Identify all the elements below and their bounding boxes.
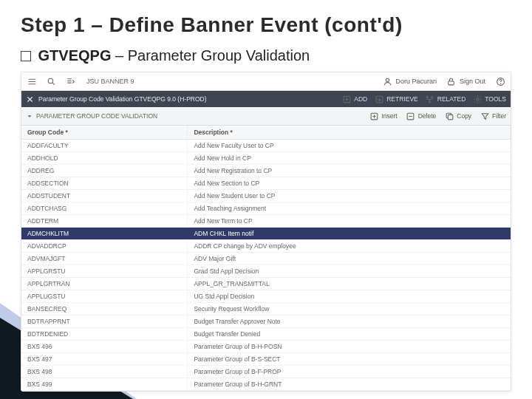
cell-group-code[interactable]: BXS 498: [21, 366, 188, 378]
cell-description[interactable]: ADDR CP change by ADV employee: [188, 240, 511, 253]
add-button[interactable]: ADD: [341, 93, 367, 105]
table-row[interactable]: BXS 498Parameter Group of B-F-PROP: [21, 366, 511, 378]
table-row[interactable]: ADDFACULTYAdd New Faculty User to CP: [21, 140, 511, 152]
table-row[interactable]: ADDHOLDAdd New Hold in CP: [21, 152, 511, 165]
table-row[interactable]: APPLGRSTUGrad Std Appl Decision: [21, 265, 511, 278]
cell-group-code[interactable]: ADDREG: [21, 165, 188, 177]
cell-group-code[interactable]: ADVMAJGFT: [21, 253, 188, 265]
cell-group-code[interactable]: APPLGRTRAN: [21, 278, 188, 290]
table-row[interactable]: ADMCHKLITMADM CHKL Item notif: [21, 228, 511, 240]
cell-group-code[interactable]: BXS 499: [21, 378, 188, 391]
cell-description[interactable]: Budget Transfer Approver Note: [188, 316, 511, 328]
table-row[interactable]: ADDREGAdd New Registration to CP: [21, 165, 511, 177]
cell-description[interactable]: Add New Student User to CP: [188, 190, 511, 202]
cell-group-code[interactable]: ADDSTUDENT: [21, 190, 188, 202]
lock-icon: [446, 75, 457, 87]
cell-group-code[interactable]: ADDSECTION: [21, 177, 188, 190]
tools-button[interactable]: TOOLS: [471, 93, 506, 105]
table-row[interactable]: ADDTERMAdd New Term to CP: [21, 215, 511, 228]
data-grid[interactable]: Group Code * Description * ADDFACULTYAdd…: [21, 126, 511, 391]
delete-label: Delete: [418, 112, 437, 120]
table-row[interactable]: BXS 497Parameter Group of B-S-SECT: [21, 353, 511, 366]
table-row[interactable]: ADDTCHASGAdd Teaching Assignment: [21, 202, 511, 215]
table-row[interactable]: BDTRDENIEDBudget Transfer Denied: [21, 328, 511, 341]
gear-icon: [471, 93, 483, 105]
cell-description[interactable]: ADM CHKL Item notif: [188, 228, 511, 240]
retrieve-icon: [373, 93, 385, 105]
table-row[interactable]: BDTRAPPRNTBudget Transfer Approver Note: [21, 316, 511, 328]
cell-description[interactable]: Budget Transfer Denied: [188, 328, 511, 341]
cell-group-code[interactable]: BXS 496: [21, 341, 188, 353]
table-row[interactable]: ADDSECTIONAdd New Section to CP: [21, 177, 511, 190]
cell-group-code[interactable]: ADDTCHASG: [21, 202, 188, 215]
cell-group-code[interactable]: ADDTERM: [21, 215, 188, 228]
svg-point-1: [386, 78, 389, 81]
chevron-down-icon[interactable]: [26, 112, 33, 120]
signout-label: Sign Out: [460, 78, 485, 85]
cell-description[interactable]: Add New Faculty User to CP: [188, 140, 511, 152]
cell-description[interactable]: Add Teaching Assignment: [188, 202, 511, 215]
slide-subtitle: GTVEQPG – Parameter Group Validation: [21, 47, 511, 64]
svg-point-9: [429, 100, 431, 102]
retrieve-button[interactable]: RETRIEVE: [373, 93, 418, 105]
cell-group-code[interactable]: BANSECREQ: [21, 303, 188, 316]
delete-button[interactable]: Delete: [405, 110, 437, 122]
cell-group-code[interactable]: ADVADDRCP: [21, 240, 188, 253]
cell-description[interactable]: ADV Major Gift: [188, 253, 511, 265]
table-row[interactable]: BANSECREQSecurity Request Workflow: [21, 303, 511, 316]
page-title: Parameter Group Code Validation GTVEQPG …: [38, 95, 207, 103]
col-group-code[interactable]: Group Code *: [21, 126, 188, 140]
filter-label: Filter: [492, 112, 506, 120]
cell-description[interactable]: APPL_GR_TRANSMITTAL: [188, 278, 511, 290]
cell-description[interactable]: Parameter Group of B-F-PROP: [188, 366, 511, 378]
user-area[interactable]: Doru Pacurari: [381, 75, 437, 87]
recent-icon[interactable]: [64, 75, 76, 87]
banner-app-screenshot: JSU BANNER 9 Doru Pacurari Sign Out: [21, 72, 511, 392]
menu-icon[interactable]: [26, 75, 38, 87]
table-row[interactable]: APPLUGSTUUG Std Appl Decision: [21, 290, 511, 303]
cell-description[interactable]: Add New Term to CP: [188, 215, 511, 228]
filter-icon: [479, 110, 491, 122]
cell-group-code[interactable]: ADDHOLD: [21, 152, 188, 165]
cell-description[interactable]: Add New Hold in CP: [188, 152, 511, 165]
cell-group-code[interactable]: BDTRAPPRNT: [21, 316, 188, 328]
signout-link[interactable]: Sign Out: [446, 75, 485, 87]
close-icon[interactable]: [26, 95, 34, 103]
cell-description[interactable]: Grad Std Appl Decision: [188, 265, 511, 278]
table-row[interactable]: ADVADDRCPADDR CP change by ADV employee: [21, 240, 511, 253]
cell-group-code[interactable]: BDTRDENIED: [21, 328, 188, 341]
cell-description[interactable]: Parameter Group of B-H-POSN: [188, 341, 511, 353]
table-row[interactable]: BXS 499Parameter Group of B-H-GRNT: [21, 378, 511, 391]
copy-icon: [443, 110, 455, 122]
cell-description[interactable]: Parameter Group of B-H-GRNT: [188, 378, 511, 391]
cell-description[interactable]: Add New Registration to CP: [188, 165, 511, 177]
user-icon: [381, 75, 393, 87]
svg-point-0: [48, 78, 53, 83]
cell-description[interactable]: Add New Section to CP: [188, 177, 511, 190]
svg-point-8: [432, 96, 433, 98]
svg-point-4: [500, 83, 501, 83]
cell-group-code[interactable]: APPLUGSTU: [21, 290, 188, 303]
cell-group-code[interactable]: BXS 497: [21, 353, 188, 366]
table-row[interactable]: APPLGRTRANAPPL_GR_TRANSMITTAL: [21, 278, 511, 290]
insert-button[interactable]: Insert: [368, 110, 397, 122]
related-icon: [424, 93, 436, 105]
cell-group-code[interactable]: ADMCHKLITM: [21, 228, 188, 240]
table-row[interactable]: ADDSTUDENTAdd New Student User to CP: [21, 190, 511, 202]
copy-button[interactable]: Copy: [443, 110, 471, 122]
search-icon[interactable]: [45, 75, 57, 87]
cell-group-code[interactable]: APPLGRSTU: [21, 265, 188, 278]
cell-description[interactable]: Security Request Workflow: [188, 303, 511, 316]
table-row[interactable]: ADVMAJGFTADV Major Gift: [21, 253, 511, 265]
table-row[interactable]: BXS 496Parameter Group of B-H-POSN: [21, 341, 511, 353]
help-icon[interactable]: [494, 75, 506, 87]
col-description[interactable]: Description *: [188, 126, 511, 140]
svg-point-10: [477, 98, 479, 100]
cell-group-code[interactable]: ADDFACULTY: [21, 140, 188, 152]
related-button[interactable]: RELATED: [424, 93, 466, 105]
cell-description[interactable]: Parameter Group of B-S-SECT: [188, 353, 511, 366]
delete-icon: [405, 110, 417, 122]
add-label: ADD: [354, 95, 367, 103]
filter-button[interactable]: Filter: [479, 110, 506, 122]
cell-description[interactable]: UG Std Appl Decision: [188, 290, 511, 303]
